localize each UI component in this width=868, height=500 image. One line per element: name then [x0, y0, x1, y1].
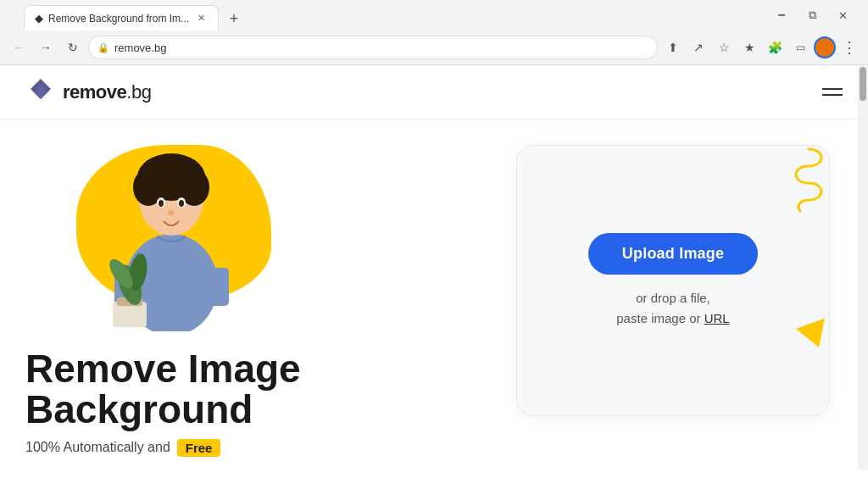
split-screen-icon[interactable]: ▭: [788, 36, 812, 59]
upload-image-button[interactable]: Upload Image: [588, 233, 758, 275]
hero-title-line2: Background: [25, 387, 253, 431]
hero-section: Remove Image Background 100% Automatical…: [0, 119, 868, 458]
hero-right: Upload Image or drop a file, paste image…: [504, 136, 843, 416]
logo-text: remove.bg: [63, 81, 151, 103]
active-tab[interactable]: ◆ Remove Background from Im... ✕: [24, 5, 219, 31]
hero-subtitle: 100% Automatically and Free: [25, 439, 470, 457]
tab-bar: ◆ Remove Background from Im... ✕ + − ⧉ ✕: [17, 0, 861, 31]
address-text: remove.bg: [114, 42, 166, 54]
reload-button[interactable]: ↻: [61, 36, 85, 59]
svg-point-10: [159, 200, 164, 207]
svg-rect-19: [199, 268, 229, 306]
back-button[interactable]: ←: [7, 36, 31, 59]
toolbar: ← → ↻ 🔒 remove.bg ⬆ ↗ ☆ ★ 🧩 ▭ ⋮: [0, 31, 868, 64]
toolbar-right: ⬆ ↗ ☆ ★ 🧩 ▭ ⋮: [661, 36, 861, 59]
restore-button[interactable]: ⧉: [800, 3, 824, 27]
hero-left: Remove Image Background 100% Automatical…: [25, 136, 470, 458]
new-tab-button[interactable]: +: [222, 7, 246, 31]
lock-icon: 🔒: [97, 42, 109, 53]
hero-text: Remove Image Background 100% Automatical…: [25, 348, 470, 457]
url-link[interactable]: URL: [704, 311, 730, 325]
drop-instructions: or drop a file, paste image or URL: [616, 288, 729, 329]
squiggle-decoration: [783, 145, 834, 213]
logo-light: .bg: [126, 81, 151, 103]
extensions-icon[interactable]: 🧩: [763, 36, 787, 59]
browser-chrome: ◆ Remove Background from Im... ✕ + − ⧉ ✕…: [0, 0, 868, 65]
address-bar[interactable]: 🔒 remove.bg: [88, 36, 658, 59]
title-bar: ◆ Remove Background from Im... ✕ + − ⧉ ✕: [0, 0, 868, 31]
tab-favicon: ◆: [35, 12, 43, 25]
hero-title-line1: Remove Image: [25, 347, 301, 391]
drop-text-line2: paste image or URL: [616, 308, 729, 329]
menu-icon[interactable]: ⋮: [837, 36, 861, 59]
scrollbar-thumb[interactable]: [860, 67, 866, 101]
hero-subtitle-text: 100% Automatically and: [25, 440, 170, 455]
logo-bold: remove: [63, 81, 126, 103]
page-content: remove.bg: [0, 65, 868, 470]
drop-text-line1: or drop a file,: [616, 288, 729, 308]
bookmark-filled-icon[interactable]: ★: [737, 36, 761, 59]
download-icon[interactable]: ⬆: [661, 36, 685, 59]
hero-title: Remove Image Background: [25, 348, 470, 431]
close-button[interactable]: ✕: [831, 3, 854, 27]
tab-label: Remove Background from Im...: [48, 13, 189, 25]
svg-point-12: [168, 210, 175, 215]
hero-image-area: [25, 136, 314, 331]
logo-area: remove.bg: [25, 77, 151, 108]
minimize-button[interactable]: −: [770, 3, 793, 27]
forward-button[interactable]: →: [34, 36, 58, 59]
svg-point-7: [142, 155, 201, 189]
scrollbar-track[interactable]: [858, 65, 868, 470]
svg-point-11: [179, 200, 184, 207]
site-nav: remove.bg: [0, 65, 868, 119]
person-illustration: [89, 136, 254, 331]
logo-icon: [25, 77, 56, 108]
tab-close-button[interactable]: ✕: [194, 12, 208, 25]
profile-button[interactable]: [814, 36, 836, 58]
share-icon[interactable]: ↗: [687, 36, 710, 59]
bookmark-icon[interactable]: ☆: [712, 36, 736, 59]
free-badge: Free: [177, 439, 221, 457]
hamburger-menu[interactable]: [822, 88, 843, 96]
